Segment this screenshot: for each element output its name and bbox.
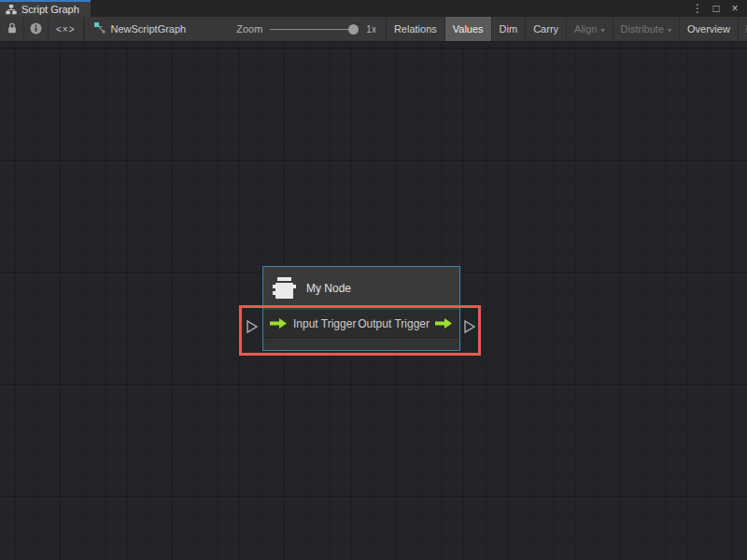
output-connection-triangle[interactable] <box>463 319 476 334</box>
values-button[interactable]: Values <box>445 17 492 41</box>
distribute-label: Distribute <box>621 23 664 35</box>
zoom-label: Zoom <box>236 23 262 35</box>
carry-label: Carry <box>533 23 558 35</box>
zoom-slider[interactable] <box>270 24 359 35</box>
dim-label: Dim <box>500 23 518 35</box>
output-trigger-port[interactable]: Output Trigger <box>358 317 453 330</box>
lock-button[interactable] <box>0 17 24 41</box>
carry-button[interactable]: Carry <box>526 17 567 41</box>
node-ports-row: Input Trigger Output Trigger <box>263 310 459 337</box>
relations-button[interactable]: Relations <box>387 17 445 41</box>
lock-icon <box>7 22 18 36</box>
node-footer <box>263 337 459 350</box>
zoom-slider-track <box>270 29 359 30</box>
dim-button[interactable]: Dim <box>492 17 527 41</box>
overview-label: Overview <box>687 23 730 35</box>
script-graph-asset-icon <box>94 22 106 35</box>
window-titlebar: Script Graph ⋮ □ × <box>0 0 747 17</box>
graph-hierarchy-icon <box>6 5 17 15</box>
graph-canvas[interactable]: My Node Input Trigger Output Trigger <box>0 42 747 560</box>
overview-button[interactable]: Overview <box>680 17 739 41</box>
info-icon <box>30 22 42 36</box>
code-icon: <×> <box>56 24 76 35</box>
titlebar-spacer <box>91 0 691 17</box>
graph-toolbar: <×> NewScriptGraph Zoom 1x Relations Val… <box>0 17 747 42</box>
graph-breadcrumb[interactable]: NewScriptGraph <box>85 17 200 41</box>
chevron-down-icon: ▾ <box>601 26 605 35</box>
node-title: My Node <box>306 282 351 295</box>
code-view-button[interactable]: <×> <box>49 17 84 41</box>
values-label: Values <box>453 23 484 35</box>
zoom-slider-handle[interactable] <box>348 24 359 35</box>
fullscreen-button[interactable]: Full S <box>739 17 747 41</box>
tab-script-graph[interactable]: Script Graph <box>0 0 91 17</box>
maximize-icon[interactable]: □ <box>710 1 723 16</box>
flow-arrow-icon <box>270 317 288 329</box>
output-trigger-label: Output Trigger <box>358 317 430 330</box>
input-trigger-label: Input Trigger <box>293 317 356 330</box>
node-header[interactable]: My Node <box>263 267 459 310</box>
close-icon[interactable]: × <box>728 1 741 16</box>
more-menu-icon[interactable]: ⋮ <box>691 1 704 16</box>
align-button: Align ▾ <box>567 17 613 41</box>
relations-label: Relations <box>394 23 437 35</box>
chevron-down-icon: ▾ <box>668 26 671 35</box>
tab-title: Script Graph <box>21 4 79 15</box>
graph-name: NewScriptGraph <box>111 23 187 35</box>
distribute-button: Distribute ▾ <box>613 17 680 41</box>
zoom-control: Zoom 1x <box>227 17 387 41</box>
unit-node-icon <box>272 276 297 301</box>
flow-arrow-icon <box>435 317 453 329</box>
zoom-value: 1x <box>366 24 376 35</box>
node-my-node[interactable]: My Node Input Trigger Output Trigger <box>262 266 460 351</box>
window-controls: ⋮ □ × <box>691 0 747 17</box>
input-connection-triangle[interactable] <box>246 319 259 334</box>
align-label: Align <box>574 23 597 35</box>
info-button[interactable] <box>24 17 49 41</box>
input-trigger-port[interactable]: Input Trigger <box>270 317 356 330</box>
